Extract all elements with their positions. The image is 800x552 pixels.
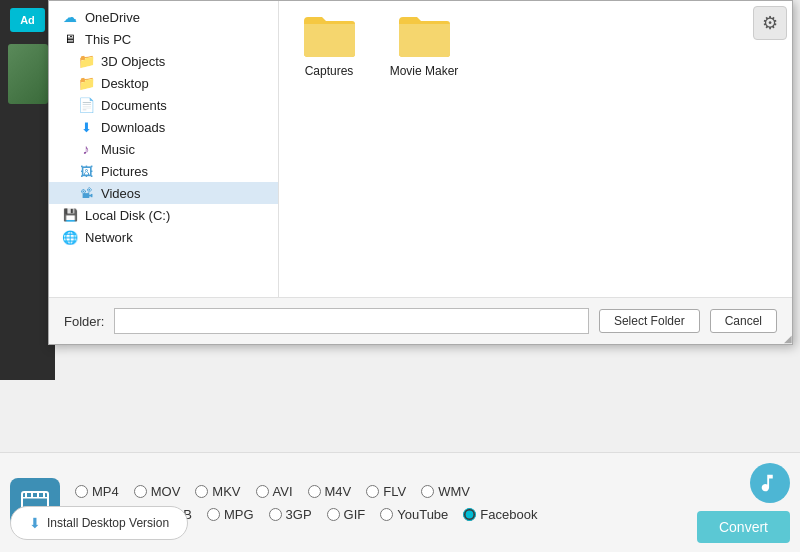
captures-folder-icon bbox=[302, 11, 357, 59]
format-mp4[interactable]: MP4 bbox=[75, 484, 119, 499]
format-3gp[interactable]: 3GP bbox=[269, 507, 312, 522]
sidebar-item-3d-objects[interactable]: 📁 3D Objects bbox=[49, 50, 278, 72]
videos-icon: 📽 bbox=[77, 185, 95, 201]
format-gif[interactable]: GIF bbox=[327, 507, 366, 522]
file-item-movie-maker[interactable]: Movie Maker bbox=[384, 11, 464, 78]
sidebar-item-this-pc[interactable]: 🖥 This PC bbox=[49, 28, 278, 50]
install-button-area: ⬇ Install Desktop Version bbox=[10, 506, 188, 540]
gear-icon: ⚙ bbox=[762, 12, 778, 34]
movie-maker-folder-icon bbox=[397, 11, 452, 59]
format-mkv[interactable]: MKV bbox=[195, 484, 240, 499]
downloads-label: Downloads bbox=[101, 120, 165, 135]
svg-rect-4 bbox=[31, 492, 33, 497]
onedrive-label: OneDrive bbox=[85, 10, 140, 25]
format-row-1: MP4 MOV MKV AVI M4V FLV bbox=[75, 484, 697, 499]
right-action-buttons: Convert bbox=[697, 463, 790, 543]
add-button[interactable]: Ad bbox=[10, 8, 45, 32]
format-flv[interactable]: FLV bbox=[366, 484, 406, 499]
documents-icon: 📄 bbox=[77, 97, 95, 113]
tree-sidebar: ☁ OneDrive 🖥 This PC 📁 3D Objects bbox=[49, 1, 279, 297]
desktop-label: Desktop bbox=[101, 76, 149, 91]
svg-rect-3 bbox=[25, 492, 27, 497]
folder-label: Folder: bbox=[64, 314, 104, 329]
sidebar-item-network[interactable]: 🌐 Network bbox=[49, 226, 278, 248]
cancel-button[interactable]: Cancel bbox=[710, 309, 777, 333]
video-thumbnail bbox=[8, 44, 48, 104]
svg-rect-6 bbox=[43, 492, 45, 497]
videos-label: Videos bbox=[101, 186, 141, 201]
resize-handle[interactable] bbox=[780, 332, 792, 344]
file-item-captures[interactable]: Captures bbox=[289, 11, 369, 78]
captures-label: Captures bbox=[305, 64, 354, 78]
file-dialog: ☁ OneDrive 🖥 This PC 📁 3D Objects bbox=[48, 0, 793, 345]
file-area: Captures Movie Maker bbox=[279, 1, 792, 297]
local-disk-icon: 💾 bbox=[61, 207, 79, 223]
sidebar-item-local-disk[interactable]: 💾 Local Disk (C:) bbox=[49, 204, 278, 226]
local-disk-label: Local Disk (C:) bbox=[85, 208, 170, 223]
left-sidebar-strip: Ad bbox=[0, 0, 55, 380]
pc-icon: 🖥 bbox=[61, 31, 79, 47]
desktop-icon: 📁 bbox=[77, 75, 95, 91]
pictures-icon: 🖼 bbox=[77, 163, 95, 179]
format-m4v[interactable]: M4V bbox=[308, 484, 352, 499]
install-desktop-button[interactable]: ⬇ Install Desktop Version bbox=[10, 506, 188, 540]
format-youtube[interactable]: YouTube bbox=[380, 507, 448, 522]
format-mov[interactable]: MOV bbox=[134, 484, 181, 499]
dialog-content: ☁ OneDrive 🖥 This PC 📁 3D Objects bbox=[49, 1, 792, 297]
svg-rect-5 bbox=[37, 492, 39, 497]
sidebar-item-onedrive[interactable]: ☁ OneDrive bbox=[49, 6, 278, 28]
dialog-footer: Folder: Select Folder Cancel bbox=[49, 297, 792, 344]
this-pc-label: This PC bbox=[85, 32, 131, 47]
select-folder-button[interactable]: Select Folder bbox=[599, 309, 700, 333]
format-facebook[interactable]: Facebook bbox=[463, 507, 537, 522]
pictures-label: Pictures bbox=[101, 164, 148, 179]
sidebar-item-videos[interactable]: 📽 Videos bbox=[49, 182, 278, 204]
sidebar-item-pictures[interactable]: 🖼 Pictures bbox=[49, 160, 278, 182]
music-icon bbox=[750, 463, 790, 503]
convert-button[interactable]: Convert bbox=[697, 511, 790, 543]
folder-input[interactable] bbox=[114, 308, 588, 334]
sidebar-item-downloads[interactable]: ⬇ Downloads bbox=[49, 116, 278, 138]
3d-objects-icon: 📁 bbox=[77, 53, 95, 69]
network-label: Network bbox=[85, 230, 133, 245]
svg-rect-1 bbox=[22, 497, 48, 499]
music-label: Music bbox=[101, 142, 135, 157]
format-wmv[interactable]: WMV bbox=[421, 484, 470, 499]
format-avi[interactable]: AVI bbox=[256, 484, 293, 499]
3d-objects-label: 3D Objects bbox=[101, 54, 165, 69]
music-icon: ♪ bbox=[77, 141, 95, 157]
cloud-icon: ☁ bbox=[61, 9, 79, 25]
sidebar-item-desktop[interactable]: 📁 Desktop bbox=[49, 72, 278, 94]
documents-label: Documents bbox=[101, 98, 167, 113]
format-mpg[interactable]: MPG bbox=[207, 507, 254, 522]
gear-button[interactable]: ⚙ bbox=[753, 6, 787, 40]
downloads-icon: ⬇ bbox=[77, 119, 95, 135]
sidebar-item-music[interactable]: ♪ Music bbox=[49, 138, 278, 160]
network-icon: 🌐 bbox=[61, 229, 79, 245]
gear-area: ⚙ bbox=[753, 6, 787, 40]
movie-maker-label: Movie Maker bbox=[390, 64, 459, 78]
sidebar-item-documents[interactable]: 📄 Documents bbox=[49, 94, 278, 116]
install-download-icon: ⬇ bbox=[29, 515, 41, 531]
